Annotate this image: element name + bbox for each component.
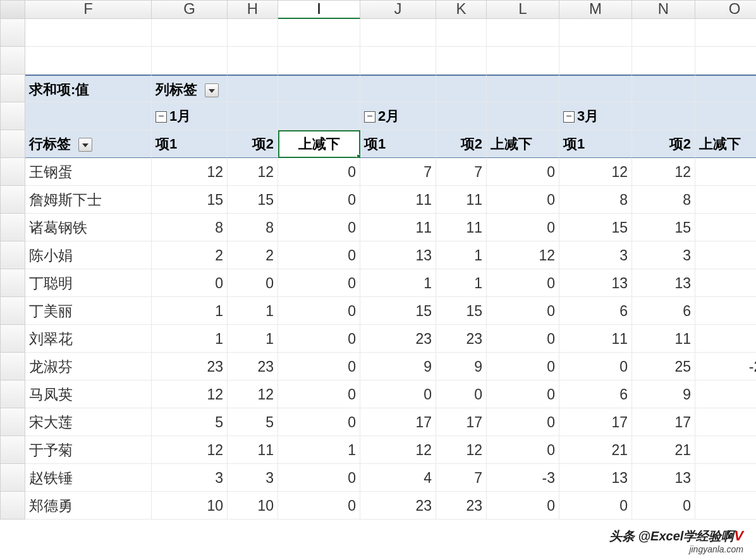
row-number[interactable] — [0, 353, 25, 380]
data-cell[interactable]: 12 — [436, 436, 487, 464]
cell[interactable] — [25, 19, 152, 47]
data-cell[interactable]: 17 — [360, 408, 436, 436]
data-cell[interactable]: 0 — [487, 492, 559, 520]
month-group-1[interactable]: −1月 — [152, 102, 228, 130]
data-cell[interactable]: 17 — [436, 408, 487, 436]
data-cell[interactable]: 1 — [436, 241, 487, 269]
data-cell[interactable]: 9 — [632, 380, 695, 408]
data-cell[interactable]: 8 — [632, 186, 695, 214]
data-cell[interactable]: 0 — [632, 492, 695, 520]
data-cell[interactable]: 0 — [695, 158, 756, 186]
row-label[interactable]: 刘翠花 — [25, 325, 152, 353]
data-cell[interactable]: 0 — [278, 464, 360, 492]
data-cell[interactable]: 8 — [228, 214, 278, 241]
data-cell[interactable]: 5 — [152, 408, 228, 436]
data-cell[interactable]: 0 — [487, 269, 559, 297]
data-cell[interactable]: 0 — [228, 269, 278, 297]
data-cell[interactable]: 12 — [228, 158, 278, 186]
row-number[interactable] — [0, 380, 25, 408]
data-cell[interactable]: 12 — [152, 158, 228, 186]
col-header-I[interactable]: I — [278, 0, 360, 19]
data-cell[interactable]: 1 — [278, 436, 360, 464]
data-cell[interactable]: 11 — [632, 325, 695, 353]
data-cell[interactable]: -3 — [487, 464, 559, 492]
data-cell[interactable]: 8 — [152, 214, 228, 241]
data-cell[interactable]: 23 — [436, 492, 487, 520]
data-cell[interactable]: 1 — [228, 297, 278, 325]
row-label[interactable]: 詹姆斯下士 — [25, 186, 152, 214]
subheader[interactable]: 项1 — [559, 130, 632, 158]
data-cell[interactable]: 13 — [632, 269, 695, 297]
data-cell[interactable]: 13 — [632, 464, 695, 492]
data-cell[interactable]: 3 — [632, 241, 695, 269]
data-cell[interactable]: 0 — [695, 241, 756, 269]
data-cell[interactable]: 0 — [436, 380, 487, 408]
col-header-H[interactable]: H — [228, 0, 278, 19]
data-cell[interactable]: 0 — [278, 158, 360, 186]
row-number[interactable] — [0, 241, 25, 269]
data-cell[interactable]: 0 — [487, 158, 559, 186]
data-cell[interactable]: 0 — [278, 186, 360, 214]
data-cell[interactable]: 11 — [559, 325, 632, 353]
data-cell[interactable]: 0 — [695, 269, 756, 297]
row-number[interactable] — [0, 492, 25, 520]
data-cell[interactable]: 6 — [559, 380, 632, 408]
data-cell[interactable]: -3 — [695, 380, 756, 408]
data-cell[interactable]: 15 — [360, 297, 436, 325]
subheader[interactable]: 项1 — [152, 130, 228, 158]
column-filter-dropdown[interactable] — [205, 83, 219, 97]
data-cell[interactable]: 0 — [360, 380, 436, 408]
data-cell[interactable]: 0 — [487, 297, 559, 325]
row-label[interactable]: 龙淑芬 — [25, 353, 152, 380]
row-number[interactable] — [0, 408, 25, 436]
data-cell[interactable]: 11 — [436, 186, 487, 214]
data-cell[interactable]: 3 — [559, 241, 632, 269]
col-header-K[interactable]: K — [436, 0, 487, 19]
data-cell[interactable]: 6 — [559, 297, 632, 325]
row-label[interactable]: 丁美丽 — [25, 297, 152, 325]
data-cell[interactable]: 17 — [559, 408, 632, 436]
pivot-value-field[interactable]: 求和项:值 — [25, 75, 152, 102]
row-label[interactable]: 陈小娟 — [25, 241, 152, 269]
row-number[interactable] — [0, 47, 25, 75]
row-label[interactable]: 丁聪明 — [25, 269, 152, 297]
row-label[interactable]: 赵铁锤 — [25, 464, 152, 492]
data-cell[interactable]: 0 — [278, 408, 360, 436]
row-label[interactable]: 马凤英 — [25, 380, 152, 408]
data-cell[interactable]: 9 — [360, 353, 436, 380]
data-cell[interactable]: 0 — [695, 464, 756, 492]
data-cell[interactable]: 0 — [487, 408, 559, 436]
data-cell[interactable]: 10 — [228, 492, 278, 520]
data-cell[interactable]: 0 — [695, 214, 756, 241]
subheader[interactable]: 项2 — [436, 130, 487, 158]
data-cell[interactable]: 0 — [487, 214, 559, 241]
data-cell[interactable]: 0 — [559, 353, 632, 380]
data-cell[interactable]: 23 — [228, 353, 278, 380]
row-number[interactable] — [0, 75, 25, 102]
data-cell[interactable]: 2 — [228, 241, 278, 269]
data-cell[interactable]: 10 — [152, 492, 228, 520]
row-number[interactable] — [0, 158, 25, 186]
pivot-col-label-cell[interactable]: 列标签 — [152, 75, 228, 102]
col-header-M[interactable]: M — [559, 0, 632, 19]
select-all-corner[interactable] — [0, 0, 25, 19]
data-cell[interactable]: 0 — [487, 353, 559, 380]
data-cell[interactable]: -25 — [695, 353, 756, 380]
spreadsheet-grid[interactable]: 求和项:值 列标签 −1月 −2月 −3月 行标签 项1 项2 上减下 项1 项… — [0, 19, 756, 520]
data-cell[interactable]: 23 — [360, 325, 436, 353]
data-cell[interactable]: 3 — [228, 464, 278, 492]
row-label[interactable]: 王钢蛋 — [25, 158, 152, 186]
data-cell[interactable]: 0 — [695, 297, 756, 325]
data-cell[interactable]: 23 — [152, 353, 228, 380]
row-number[interactable] — [0, 436, 25, 464]
data-cell[interactable]: 15 — [228, 186, 278, 214]
data-cell[interactable]: 17 — [632, 408, 695, 436]
data-cell[interactable]: 7 — [436, 158, 487, 186]
data-cell[interactable]: 15 — [152, 186, 228, 214]
col-header-F[interactable]: F — [25, 0, 152, 19]
data-cell[interactable]: 12 — [152, 436, 228, 464]
data-cell[interactable]: 2 — [152, 241, 228, 269]
row-filter-dropdown[interactable] — [78, 138, 92, 152]
data-cell[interactable]: 0 — [695, 186, 756, 214]
data-cell[interactable]: 7 — [360, 158, 436, 186]
